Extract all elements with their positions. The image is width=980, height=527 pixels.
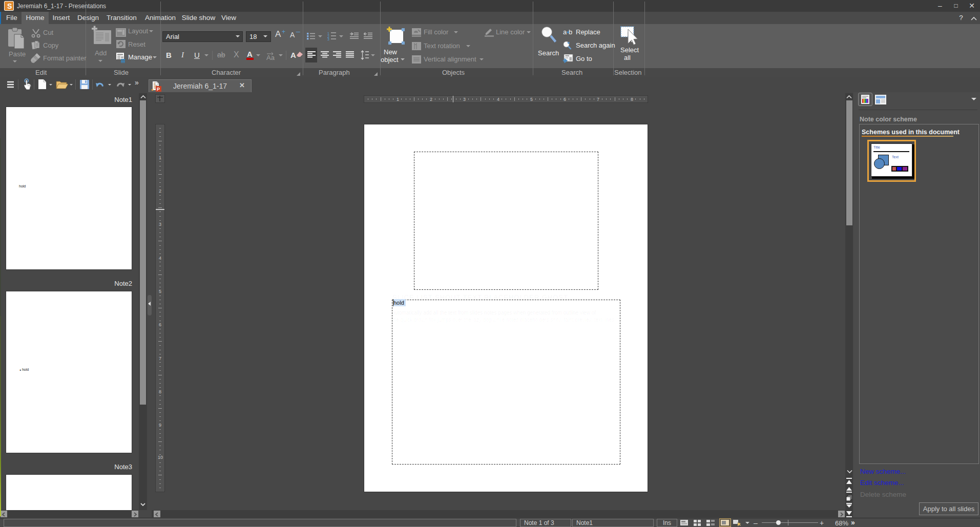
svg-text:b: b: [569, 28, 572, 36]
svg-text:3: 3: [327, 37, 329, 40]
svg-text:Aa: Aa: [266, 54, 275, 60]
